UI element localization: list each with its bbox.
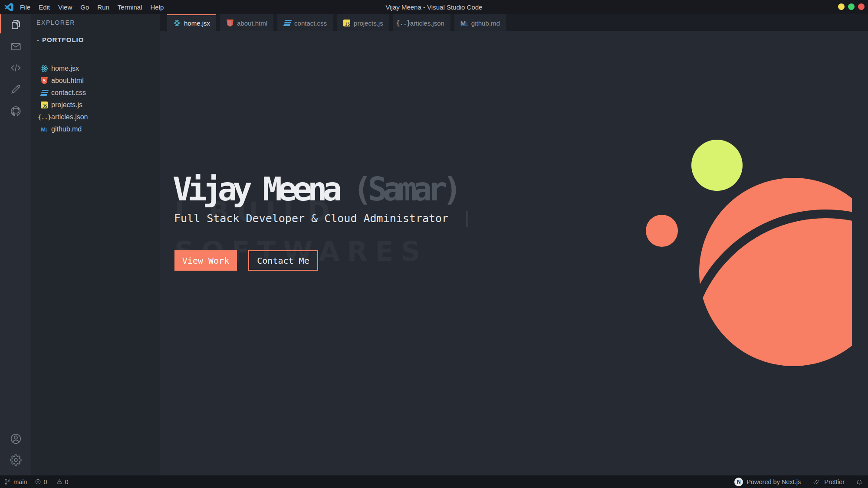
sidebar-item-contact[interactable] — [0, 36, 31, 56]
menu-file[interactable]: File — [20, 3, 30, 11]
editor-area: home.jsx 5 about.html contact.css JS pro… — [160, 14, 868, 475]
css-icon — [40, 88, 49, 97]
tab-contact-css[interactable]: contact.css — [277, 14, 333, 31]
chevron-down-icon: ⌄ — [36, 36, 40, 43]
sidebar-item-github[interactable] — [0, 101, 31, 121]
close-button[interactable] — [858, 3, 865, 10]
tab-bar: home.jsx 5 about.html contact.css JS pro… — [160, 14, 868, 31]
js-icon: JS — [40, 101, 49, 109]
js-icon: JS — [343, 19, 351, 27]
vscode-logo-icon — [4, 2, 14, 12]
file-item-contact-css[interactable]: contact.css — [31, 87, 160, 99]
hero-alias: (Samar) — [353, 170, 458, 208]
tab-label: github.md — [471, 20, 500, 27]
folder-portfolio[interactable]: ⌄ PORTFOLIO — [36, 36, 84, 43]
lime-circle — [691, 140, 743, 191]
menu-help[interactable]: Help — [151, 3, 164, 11]
code-icon — [10, 62, 22, 74]
maximize-button[interactable] — [848, 3, 855, 10]
menu-bar: File Edit View Go Run Terminal Help — [20, 3, 164, 11]
tab-home-jsx[interactable]: home.jsx — [167, 14, 216, 31]
json-icon: {..} — [40, 113, 49, 121]
contact-me-button[interactable]: Contact Me — [248, 250, 318, 271]
css-icon — [283, 19, 291, 27]
hero-name: Vijay Meena (Samar) — [173, 172, 458, 206]
warning-count: 0 — [65, 478, 69, 485]
sidebar-item-code[interactable] — [0, 58, 31, 78]
status-bar: main 0 0 N Powered by Next.js Prettier — [0, 475, 868, 488]
markdown-icon: M↓ — [460, 19, 468, 27]
warning-icon — [56, 478, 63, 485]
tab-label: articles.json — [410, 20, 444, 27]
menu-view[interactable]: View — [58, 3, 72, 11]
settings-gear-icon — [10, 454, 22, 466]
title-bar: File Edit View Go Run Terminal Help Vija… — [0, 0, 868, 14]
file-label: home.jsx — [51, 65, 79, 72]
files-icon — [10, 19, 22, 30]
hero-buttons: View Work Contact Me — [174, 250, 318, 271]
file-item-home-jsx[interactable]: home.jsx — [31, 62, 160, 75]
tab-label: home.jsx — [184, 20, 210, 27]
account-icon — [10, 433, 22, 445]
typing-caret — [467, 211, 467, 227]
file-item-projects-js[interactable]: JS projects.js — [31, 99, 160, 111]
bell-icon[interactable] — [856, 478, 863, 485]
activity-bar — [0, 14, 31, 475]
file-label: contact.css — [51, 89, 86, 97]
tab-github-md[interactable]: M↓ github.md — [454, 14, 506, 31]
minimize-button[interactable] — [838, 3, 845, 10]
menu-run[interactable]: Run — [97, 3, 109, 11]
menu-go[interactable]: Go — [80, 3, 89, 11]
json-icon: {..} — [399, 19, 407, 27]
file-item-about-html[interactable]: 5 about.html — [31, 75, 160, 87]
double-check-icon — [812, 478, 821, 485]
settings-button[interactable] — [0, 450, 31, 470]
explorer-panel: EXPLORER ⌄ PORTFOLIO home.jsx 5 about.ht… — [31, 14, 160, 475]
problems-item[interactable]: 0 0 — [35, 478, 68, 485]
error-count: 0 — [43, 478, 47, 485]
html-icon: 5 — [226, 19, 234, 27]
folder-label: PORTFOLIO — [42, 36, 84, 43]
markdown-icon: M↓ — [40, 125, 49, 134]
html-icon: 5 — [40, 76, 49, 85]
mail-icon — [10, 41, 22, 52]
window-controls — [838, 3, 865, 10]
view-work-button[interactable]: View Work — [174, 250, 237, 271]
vscode-window: File Edit View Go Run Terminal Help Vija… — [0, 0, 868, 488]
tab-label: projects.js — [354, 20, 383, 27]
github-icon — [10, 105, 22, 117]
file-label: projects.js — [51, 101, 82, 109]
tab-articles-json[interactable]: {..} articles.json — [393, 14, 450, 31]
pen-icon — [10, 83, 22, 95]
tab-label: contact.css — [294, 20, 327, 27]
sidebar-item-explorer[interactable] — [0, 14, 31, 34]
file-item-articles-json[interactable]: {..} articles.json — [31, 111, 160, 123]
menu-terminal[interactable]: Terminal — [118, 3, 142, 11]
react-icon — [173, 19, 181, 27]
prettier-label[interactable]: Prettier — [824, 478, 845, 485]
menu-edit[interactable]: Edit — [39, 3, 50, 11]
nextjs-icon: N — [734, 478, 743, 486]
error-icon — [35, 478, 41, 485]
file-item-github-md[interactable]: M↓ github.md — [31, 123, 160, 135]
file-label: github.md — [51, 125, 82, 133]
git-branch-icon — [4, 478, 11, 485]
branch-name: main — [13, 478, 27, 485]
react-icon — [40, 64, 49, 73]
tab-projects-js[interactable]: JS projects.js — [337, 14, 389, 31]
tab-about-html[interactable]: 5 about.html — [220, 14, 273, 31]
large-coral-circle — [699, 178, 868, 366]
small-coral-circle — [646, 215, 678, 247]
explorer-header: EXPLORER — [36, 19, 75, 26]
powered-by-label[interactable]: Powered by Next.js — [746, 478, 801, 485]
sidebar-item-articles[interactable] — [0, 79, 31, 99]
account-button[interactable] — [0, 429, 31, 449]
file-label: articles.json — [51, 113, 88, 121]
tab-label: about.html — [237, 20, 267, 27]
hero-role: Full Stack Developer & Cloud Administrat… — [174, 212, 448, 225]
git-branch-item[interactable]: main — [4, 478, 27, 485]
file-label: about.html — [51, 77, 84, 85]
